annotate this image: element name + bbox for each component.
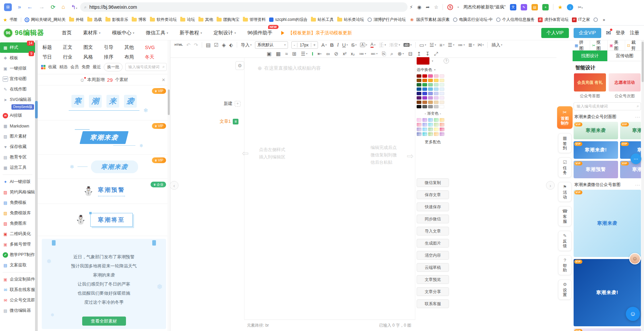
more-icon[interactable]: ··· xyxy=(635,115,641,119)
gradient-swatch[interactable] xyxy=(422,127,427,131)
color-swatch[interactable] xyxy=(417,83,421,86)
new-article-button[interactable]: 新建 + xyxy=(224,101,240,107)
image-tool[interactable]: ✂ 抠图 xyxy=(590,40,607,51)
color-swatch[interactable] xyxy=(422,87,427,91)
bookmark-item[interactable]: 站长类论坛 xyxy=(337,17,364,23)
color-swatch[interactable] xyxy=(440,74,444,78)
collapse-left-button[interactable]: ‹ xyxy=(170,181,179,190)
line-height-icon[interactable]: ≡ ▾ xyxy=(438,42,446,48)
bookmark-item[interactable]: 虎 虎扑体育论坛 xyxy=(538,17,569,23)
bookmark-item[interactable]: IT IT之家 xyxy=(572,17,590,23)
float-tab[interactable]: ☑ 任务 xyxy=(558,157,572,178)
hot-news-ticker[interactable]: 周杰伦称被新歌“逼疯” xyxy=(463,4,506,10)
template-thumbnail[interactable]: VIP 寒潮预警 xyxy=(574,328,641,331)
find-replace-icon[interactable]: ⌕ xyxy=(389,50,394,57)
float-tab[interactable]: ⚙ 设置 xyxy=(558,280,572,300)
bookmark-item[interactable]: 国庆节素材,国庆素 xyxy=(409,17,450,23)
refresh-button[interactable]: 换一批 xyxy=(104,63,123,71)
insert-link-icon[interactable]: ∞ xyxy=(325,50,331,57)
current-color-swatch[interactable] xyxy=(417,57,429,65)
sidebar-item[interactable]: ✎ 在线作图 xyxy=(0,84,35,95)
gradient-swatch[interactable] xyxy=(440,127,444,131)
material-tab[interactable]: 正文 xyxy=(63,43,84,51)
material-tab[interactable]: 节日 xyxy=(42,53,63,61)
material-tab[interactable]: 标题 xyxy=(42,43,63,51)
color-swatch[interactable] xyxy=(428,74,433,78)
bookmark-item[interactable]: 书签 xyxy=(3,17,18,23)
format-painter-icon[interactable]: ⬖ xyxy=(228,42,234,48)
more-icon[interactable]: ··· xyxy=(635,183,641,187)
color-swatch[interactable] xyxy=(434,87,439,91)
scroll-top-icon[interactable]: ↥ xyxy=(416,50,423,57)
forward-icon[interactable]: → xyxy=(39,4,44,10)
nav-item[interactable]: 素材库 ▾ xyxy=(83,30,100,36)
action-button[interactable]: 微信复制 xyxy=(417,178,449,187)
gradient-swatch[interactable] xyxy=(440,118,444,122)
bookmark-item[interactable]: 迅载 xyxy=(87,17,102,23)
color-swatch[interactable] xyxy=(428,101,433,104)
font-size-value[interactable]: 17px xyxy=(297,43,311,47)
bookmark-item[interactable]: 影视音乐 xyxy=(105,17,128,23)
color-swatch[interactable] xyxy=(440,79,444,82)
undo-icon[interactable]: ↶ xyxy=(185,42,192,48)
indent-icon[interactable]: ≔ ▾ xyxy=(456,42,466,48)
right-panel-scroll-thumb[interactable] xyxy=(642,42,644,82)
sidebar-scrollbar[interactable] xyxy=(35,40,38,331)
color-swatch[interactable] xyxy=(417,74,421,78)
import-button[interactable]: 导入 ▾ xyxy=(239,42,253,48)
sidebar-item[interactable]: GIF 宣传动图 xyxy=(0,74,35,84)
select-all-icon[interactable]: ☑ xyxy=(213,42,220,48)
sidebar-item[interactable]: ♥ 保存收藏 xyxy=(0,142,35,152)
gradient-swatch[interactable] xyxy=(417,118,421,122)
divider-line-icon[interactable]: ≈ xyxy=(284,50,289,57)
font-color-icon[interactable]: A ▾ xyxy=(369,41,377,48)
float-tab[interactable]: ✂ 首图制作 xyxy=(557,106,573,129)
sidebar-item[interactable]: ▦ Markdown xyxy=(0,121,35,131)
sidebar-item[interactable]: ▣ 二维码美化 xyxy=(0,229,35,239)
nav-item[interactable]: 定制设计 ▾ xyxy=(214,30,236,36)
action-button[interactable]: 清空内容 xyxy=(417,251,449,260)
bold-icon[interactable]: B xyxy=(329,42,335,48)
color-swatch[interactable] xyxy=(440,87,444,91)
color-swatch[interactable] xyxy=(428,79,433,82)
sogou-icon[interactable]: S xyxy=(447,4,453,10)
sidebar-item[interactable]: ▦ 运营工具 xyxy=(0,162,35,173)
bg-color-icon[interactable]: A ▾ xyxy=(359,42,368,48)
template-list-icon[interactable]: ☰ ▾ xyxy=(299,50,309,57)
promo-item[interactable]: 会员充值 有礼 公众号首图 xyxy=(574,73,606,99)
subscript-icon[interactable]: x₂ xyxy=(350,51,356,57)
gradient-swatch[interactable] xyxy=(422,123,427,126)
superscript-icon[interactable]: x² xyxy=(342,51,348,57)
template-thumbnail[interactable]: VIP 寒潮来袭 xyxy=(574,122,618,139)
chevron-down-icon[interactable]: ▾ xyxy=(432,60,433,63)
sidebar-item[interactable]: ▤ 微信编辑器 xyxy=(0,305,35,316)
bookmark-item[interactable]: 管理资料 xyxy=(243,17,266,23)
paste-icon[interactable]: ⎘ xyxy=(381,50,387,57)
sidebar-item[interactable]: AI AI排版 xyxy=(0,110,35,121)
paragraph-icon[interactable]: ☰ ▾ xyxy=(447,42,456,48)
color-swatch[interactable] xyxy=(428,83,433,86)
chevron-down-icon[interactable]: ▾ xyxy=(457,6,459,9)
bookmark-item[interactable]: 博客 xyxy=(132,17,147,23)
promo-thumbnail[interactable]: 会员充值 有礼 xyxy=(574,73,606,91)
color-swatch[interactable] xyxy=(417,105,421,108)
action-button[interactable]: 导入文章 xyxy=(417,227,449,235)
scroll-bottom-icon[interactable]: ↧ xyxy=(424,50,431,57)
bookmark-item[interactable]: 淄博驴行户外论坛 xyxy=(367,17,406,23)
material-search-input[interactable] xyxy=(125,63,167,71)
reader-icon[interactable]: ◉ xyxy=(417,4,421,10)
bookmark-item[interactable]: 其他 xyxy=(198,17,213,23)
personal-vip-button[interactable]: 个人VIP xyxy=(541,28,569,38)
logo[interactable]: 96 96编辑器 xyxy=(3,28,44,38)
float-tab[interactable]: ☎ 客服 xyxy=(558,206,572,226)
gradient-swatch[interactable] xyxy=(440,132,444,136)
color-swatch[interactable] xyxy=(422,79,427,82)
sidebar-item[interactable]: ➤ SVG编辑器 xyxy=(0,95,35,105)
bookmark-item[interactable]: 外链 xyxy=(69,17,84,23)
sidebar-item[interactable]: ✉ 公众号交流群 xyxy=(0,295,35,305)
action-button[interactable]: 文章预览 xyxy=(417,275,449,284)
material-scroll-thumb[interactable] xyxy=(168,89,170,115)
mail-icon[interactable]: ✉ xyxy=(606,29,611,37)
vertical-text-icon[interactable]: 壬 ▾ xyxy=(378,42,387,48)
home-icon[interactable]: ⌂ xyxy=(62,4,65,10)
